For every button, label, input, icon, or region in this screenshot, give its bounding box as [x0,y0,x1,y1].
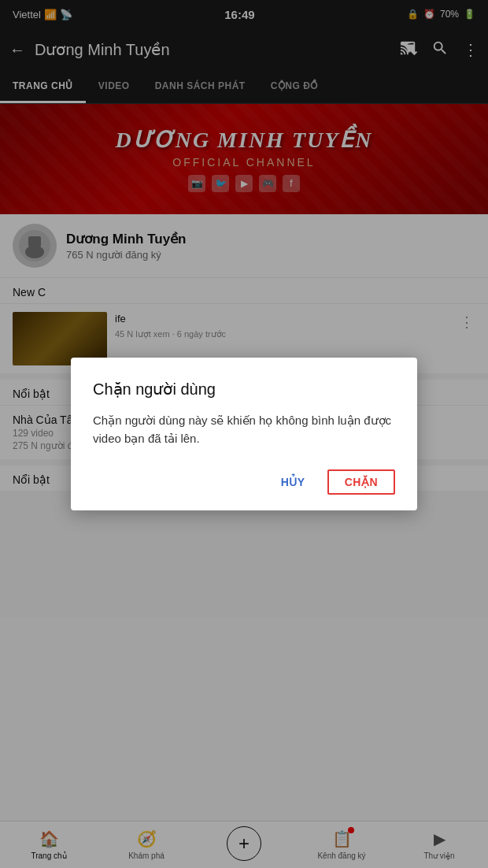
dialog-actions: HỦY CHẶN [93,469,395,495]
modal-overlay: Chặn người dùng Chặn người dùng này sẽ k… [0,0,488,868]
confirm-block-button[interactable]: CHẶN [327,469,395,495]
block-user-dialog: Chặn người dùng Chặn người dùng này sẽ k… [71,358,417,511]
dialog-title: Chặn người dùng [93,380,395,399]
dialog-body: Chặn người dùng này sẽ khiến họ không bì… [93,411,395,448]
cancel-button[interactable]: HỦY [272,471,315,493]
